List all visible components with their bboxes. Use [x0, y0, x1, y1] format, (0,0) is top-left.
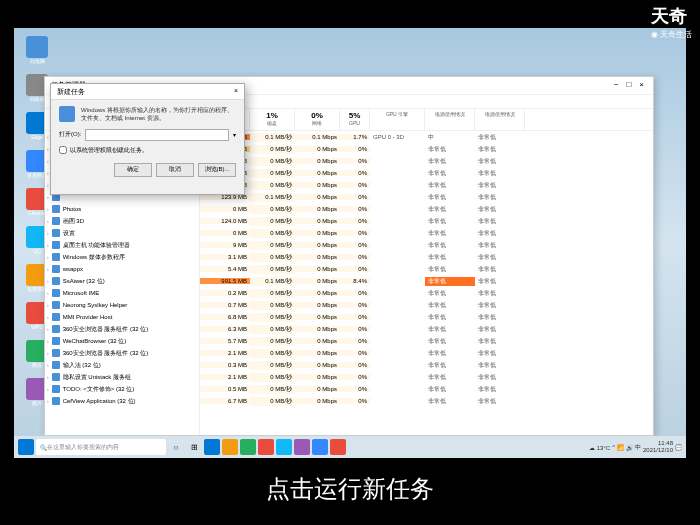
desktop-frame: 此电脑回收站Edge百度网盘ChromeQQ迅雷看图WPS腾讯图片 任务管理器 …: [14, 28, 686, 458]
watermark: 天奇 ◉ 天奇生活: [651, 4, 692, 40]
table-row[interactable]: 5.4 MB0 MB/秒0 Mbps0%非常低非常低: [200, 263, 653, 275]
process-name[interactable]: ›MMI Provider Host: [45, 311, 199, 323]
header-network[interactable]: 0%网络: [295, 109, 340, 130]
process-name[interactable]: ›SsAiwer (32 位): [45, 275, 199, 287]
header-gpu-engine[interactable]: GPU 引擎: [370, 109, 425, 130]
table-row[interactable]: 6.8 MB0 MB/秒0 Mbps0%非常低非常低: [200, 311, 653, 323]
close-icon[interactable]: ×: [636, 80, 647, 89]
process-name[interactable]: ›TODO: <文件修饰> (32 位): [45, 383, 199, 395]
notifications-icon[interactable]: 💬: [675, 444, 682, 451]
table-row[interactable]: 0.2 MB0 MB/秒0 Mbps0%非常低非常低: [200, 287, 653, 299]
admin-label: 以系统管理权限创建此任务。: [70, 146, 148, 155]
start-button[interactable]: [18, 439, 34, 455]
ime-icon[interactable]: 中: [635, 443, 641, 452]
table-row[interactable]: 337.2 MB0 MB/秒0 Mbps0%非常低非常低: [200, 143, 653, 155]
process-name[interactable]: ›设置: [45, 227, 199, 239]
process-name[interactable]: ›Neorong Syslkey Helper: [45, 299, 199, 311]
browse-button[interactable]: 浏览(B)...: [198, 163, 236, 177]
header-power1[interactable]: 电源使用情况: [425, 109, 475, 130]
table-row[interactable]: 0.7 MB0 MB/秒0 Mbps0%非常低非常低: [200, 299, 653, 311]
app-icon[interactable]: [240, 439, 256, 455]
weather[interactable]: ☁ 13°C: [589, 444, 610, 451]
process-name[interactable]: ›wsappx: [45, 263, 199, 275]
window-buttons: − □ ×: [611, 80, 647, 91]
table-row[interactable]: 0.5 MB0 MB/秒0 Mbps0%非常低非常低: [200, 383, 653, 395]
process-name[interactable]: ›360安全浏览器 服务组件 (32 位): [45, 323, 199, 335]
process-name[interactable]: ›Microsoft IME: [45, 287, 199, 299]
process-name[interactable]: ›CefView Application (32 位): [45, 395, 199, 407]
table-row[interactable]: 2.1 MB0 MB/秒0 Mbps0%非常低非常低: [200, 347, 653, 359]
process-name[interactable]: ›桌面主机 功能体验管理器: [45, 239, 199, 251]
search-icon: 🔍: [40, 444, 47, 451]
cancel-button[interactable]: 取消: [156, 163, 194, 177]
process-name[interactable]: ›Photos: [45, 203, 199, 215]
minimize-icon[interactable]: −: [611, 80, 622, 89]
close-icon[interactable]: ×: [234, 87, 238, 96]
admin-checkbox[interactable]: [59, 146, 67, 154]
taskbar: 🔍 在这里输入你要搜索的内容 ○ ⊞ ☁ 13°C ^ 📶 🔊 中 11:48 …: [14, 436, 686, 458]
tray-chevron-icon[interactable]: ^: [612, 444, 615, 450]
table-row[interactable]: 15.9 MB0 MB/秒0 Mbps0%非常低非常低: [200, 167, 653, 179]
run-input[interactable]: [85, 129, 229, 141]
system-tray: ☁ 13°C ^ 📶 🔊 中 11:48 2021/12/10 💬: [589, 440, 682, 453]
table-row[interactable]: 0 MB0 MB/秒0 Mbps0%非常低非常低: [200, 227, 653, 239]
header-disk[interactable]: 1%磁盘: [250, 109, 295, 130]
table-row[interactable]: 0 MB0 MB/秒0 Mbps0%非常低非常低: [200, 203, 653, 215]
maximize-icon[interactable]: □: [624, 80, 635, 89]
app-icon[interactable]: [312, 439, 328, 455]
header-gpu[interactable]: 5%GPU: [340, 109, 370, 130]
table-row[interactable]: 54.0 MB0 MB/秒0 Mbps0%非常低非常低: [200, 155, 653, 167]
table-row[interactable]: 2.1 MB0 MB/秒0 Mbps0%非常低非常低: [200, 371, 653, 383]
header-power2[interactable]: 电源使用情况: [475, 109, 525, 130]
table-row[interactable]: 991.5 MB0.1 MB/秒0 Mbps8.4%非常低非常低: [200, 275, 653, 287]
chevron-down-icon[interactable]: ▾: [233, 131, 236, 138]
table-row[interactable]: 6.3 MB0 MB/秒0 Mbps0%非常低非常低: [200, 323, 653, 335]
process-name[interactable]: ›Windows 媒体参数程序: [45, 251, 199, 263]
desktop-icon[interactable]: 此电脑: [22, 36, 52, 72]
open-label: 打开(O):: [59, 130, 81, 139]
wifi-icon[interactable]: 📶: [617, 444, 624, 451]
run-description: Windows 将根据你所输入的名称，为你打开相应的程序、文件夹、文档或 Int…: [81, 106, 236, 123]
taskbar-search[interactable]: 🔍 在这里输入你要搜索的内容: [36, 439, 166, 455]
table-row[interactable]: 980.5 MB0.1 MB/秒0.1 Mbps1.7%GPU 0 - 3D中非…: [200, 131, 653, 143]
table-row[interactable]: 123.9 MB0.1 MB/秒0 Mbps0%非常低非常低: [200, 191, 653, 203]
cortana-icon[interactable]: ○: [168, 439, 184, 455]
taskmgr-process-data: 31%内存 1%磁盘 0%网络 5%GPU GPU 引擎 电源使用情况 电源使用…: [200, 109, 653, 435]
app-icon[interactable]: [294, 439, 310, 455]
app-icon[interactable]: [276, 439, 292, 455]
video-subtitle: 点击运行新任务: [266, 473, 434, 505]
run-title: 新建任务: [57, 87, 85, 96]
process-name[interactable]: ›输入法 (32 位): [45, 359, 199, 371]
app-icon[interactable]: [222, 439, 238, 455]
app-icon[interactable]: [258, 439, 274, 455]
process-name[interactable]: ›画图 3D: [45, 215, 199, 227]
taskmgr-headers: 31%内存 1%磁盘 0%网络 5%GPU GPU 引擎 电源使用情况 电源使用…: [200, 109, 653, 131]
process-name[interactable]: ›360安全浏览器 服务组件 (32 位): [45, 347, 199, 359]
clock[interactable]: 11:48 2021/12/10: [643, 440, 673, 453]
volume-icon[interactable]: 🔊: [626, 444, 633, 451]
table-row[interactable]: 124.0 MB0 MB/秒0 Mbps0%非常低非常低: [200, 215, 653, 227]
run-dialog: 新建任务 × Windows 将根据你所输入的名称，为你打开相应的程序、文件夹、…: [50, 83, 245, 195]
table-row[interactable]: 6.7 MB0 MB/秒0 Mbps0%非常低非常低: [200, 395, 653, 407]
taskview-icon[interactable]: ⊞: [186, 439, 202, 455]
ok-button[interactable]: 确定: [114, 163, 152, 177]
process-name[interactable]: ›隐私设置 Unistack 服务组: [45, 371, 199, 383]
table-row[interactable]: 16.7 MB0 MB/秒0 Mbps0%非常低非常低: [200, 179, 653, 191]
table-row[interactable]: 0.3 MB0 MB/秒0 Mbps0%非常低非常低: [200, 359, 653, 371]
table-row[interactable]: 9 MB0 MB/秒0 Mbps0%非常低非常低: [200, 239, 653, 251]
table-row[interactable]: 3.1 MB0 MB/秒0 Mbps0%非常低非常低: [200, 251, 653, 263]
process-name[interactable]: ›WeChatBrowser (32 位): [45, 335, 199, 347]
run-icon: [59, 106, 75, 122]
table-row[interactable]: 5.7 MB0 MB/秒0 Mbps0%非常低非常低: [200, 335, 653, 347]
run-titlebar[interactable]: 新建任务 ×: [51, 84, 244, 100]
app-icon[interactable]: [204, 439, 220, 455]
app-icon[interactable]: [330, 439, 346, 455]
